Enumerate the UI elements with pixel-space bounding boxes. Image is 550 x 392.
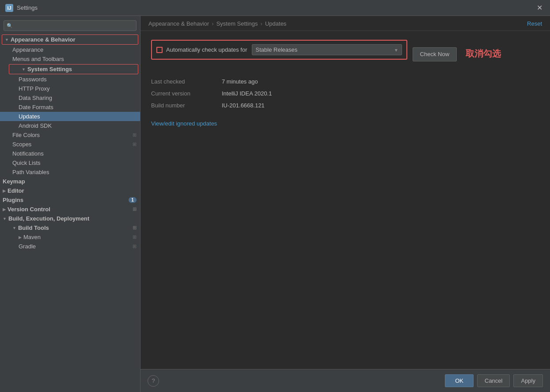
sidebar-section-keymap[interactable]: Keymap — [0, 177, 140, 186]
sidebar-item-notifications[interactable]: Notifications — [0, 149, 140, 158]
sidebar-section-system-settings[interactable]: ▼ System Settings — [9, 64, 138, 74]
scopes-icon: ⊞ — [133, 141, 137, 147]
sidebar-item-label: Appearance & Behavior — [11, 36, 76, 43]
bottom-bar: ? OK Cancel Apply — [140, 369, 550, 392]
sidebar-section-version-control[interactable]: ▶ Version Control ⊞ — [0, 205, 140, 214]
triangle-down-icon: ▼ — [3, 217, 7, 221]
reset-link[interactable]: Reset — [527, 20, 542, 27]
sidebar-item-data-sharing[interactable]: Data Sharing — [0, 93, 140, 103]
auto-check-checkbox[interactable] — [156, 47, 163, 53]
bottom-actions: OK Cancel Apply — [445, 374, 543, 387]
sidebar-item-updates[interactable]: Updates — [0, 112, 140, 121]
window-title: Settings — [17, 4, 38, 11]
sidebar-item-date-formats[interactable]: Date Formats — [0, 103, 140, 112]
sidebar-item-android-sdk[interactable]: Android SDK — [0, 121, 140, 130]
title-bar: IJ Settings ✕ — [0, 0, 550, 16]
current-version-label: Current version — [151, 89, 222, 98]
view-edit-link[interactable]: View/edit ignored updates — [151, 120, 217, 127]
breadcrumb-part2: System Settings — [216, 20, 258, 27]
build-number-label: Build number — [151, 101, 222, 110]
sidebar-section-plugins[interactable]: Plugins 1 — [0, 195, 140, 205]
sidebar-item-gradle[interactable]: Gradle ⊞ — [0, 242, 140, 251]
file-colors-icon: ⊞ — [133, 132, 137, 138]
sidebar-item-quick-lists[interactable]: Quick Lists — [0, 158, 140, 167]
search-box: 🔍 — [4, 20, 137, 31]
sidebar-item-menus-toolbars[interactable]: Menus and Toolbars — [0, 54, 140, 64]
sidebar-item-passwords[interactable]: Passwords — [0, 75, 140, 84]
breadcrumb-part1: Appearance & Behavior — [148, 20, 209, 27]
sidebar-item-scopes[interactable]: Scopes ⊞ — [0, 140, 140, 149]
search-icon: 🔍 — [7, 23, 13, 29]
triangle-right-icon: ▶ — [3, 189, 6, 193]
app-icon: IJ — [5, 4, 13, 12]
maven-icon: ⊞ — [133, 234, 137, 240]
sidebar-item-path-variables[interactable]: Path Variables — [0, 167, 140, 177]
release-channel-select[interactable]: Stable Releases Early Access Program EAP… — [252, 44, 402, 55]
plugins-badge: 1 — [129, 197, 137, 203]
help-button[interactable]: ? — [148, 375, 159, 387]
last-checked-label: Last checked — [151, 77, 222, 86]
build-number-value: IU-201.6668.121 — [222, 101, 539, 110]
info-grid: Last checked 7 minutes ago Current versi… — [151, 77, 539, 110]
sidebar: 🔍 ▼ Appearance & Behavior Appearance Men… — [0, 16, 140, 392]
dropdown-wrap: Stable Releases Early Access Program EAP… — [252, 44, 402, 55]
sidebar-item-http-proxy[interactable]: HTTP Proxy — [0, 84, 140, 93]
triangle-down-icon: ▼ — [22, 67, 26, 72]
annotation-text: 取消勾选 — [466, 48, 501, 60]
main-container: 🔍 ▼ Appearance & Behavior Appearance Men… — [0, 16, 550, 392]
checkbox-wrap: Automatically check updates for — [156, 46, 247, 53]
sidebar-section-build-exec-deploy[interactable]: ▼ Build, Execution, Deployment — [0, 214, 140, 223]
sidebar-section-editor[interactable]: ▶ Editor — [0, 186, 140, 195]
close-button[interactable]: ✕ — [534, 3, 545, 13]
content-area: Appearance & Behavior › System Settings … — [140, 16, 550, 392]
build-tools-icon: ⊞ — [133, 225, 137, 231]
ok-button[interactable]: OK — [445, 374, 474, 387]
check-now-button[interactable]: Check Now — [413, 47, 457, 61]
triangle-right-icon: ▶ — [19, 235, 22, 240]
triangle-down-icon: ▼ — [12, 226, 16, 230]
current-version-value: IntelliJ IDEA 2020.1 — [222, 89, 539, 98]
sidebar-section-build-tools[interactable]: ▼ Build Tools ⊞ — [0, 223, 140, 232]
last-checked-value: 7 minutes ago — [222, 77, 539, 86]
version-control-icon: ⊞ — [133, 206, 137, 212]
triangle-right-icon: ▶ — [3, 207, 6, 212]
sidebar-section-appearance-behavior[interactable]: ▼ Appearance & Behavior — [2, 34, 138, 45]
triangle-down-icon: ▼ — [5, 38, 9, 42]
search-input[interactable] — [4, 20, 137, 31]
breadcrumb-bar: Appearance & Behavior › System Settings … — [140, 16, 550, 31]
breadcrumb-sep1: › — [212, 20, 213, 27]
auto-check-label: Automatically check updates for — [166, 46, 247, 53]
sidebar-item-file-colors[interactable]: File Colors ⊞ — [0, 130, 140, 140]
breadcrumb-part3: Updates — [265, 20, 286, 27]
sidebar-item-appearance[interactable]: Appearance — [0, 45, 140, 54]
breadcrumb-sep2: › — [261, 20, 262, 27]
cancel-button[interactable]: Cancel — [477, 374, 510, 387]
gradle-icon: ⊞ — [133, 244, 137, 249]
settings-content: Automatically check updates for Stable R… — [140, 31, 550, 369]
apply-button[interactable]: Apply — [513, 374, 543, 387]
auto-check-row: Automatically check updates for Stable R… — [151, 40, 407, 60]
sidebar-item-maven[interactable]: ▶ Maven ⊞ — [0, 232, 140, 242]
